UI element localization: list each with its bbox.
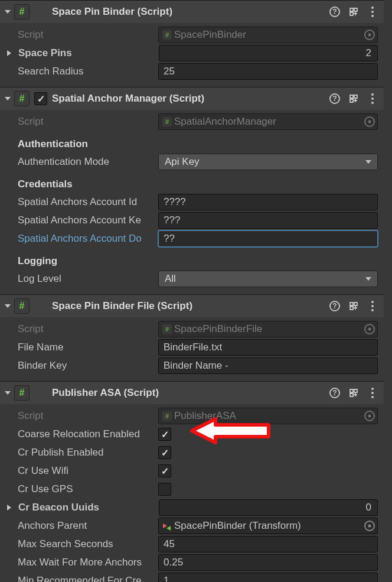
foldout-icon[interactable]	[7, 50, 11, 56]
foldout-icon[interactable]	[7, 505, 11, 511]
script-icon: #	[14, 298, 30, 314]
preset-icon[interactable]	[348, 6, 359, 17]
help-icon[interactable]: ?	[329, 93, 340, 104]
component-title: Spatial Anchor Manager (Script)	[52, 93, 329, 105]
account-domain-field[interactable]	[158, 230, 378, 247]
object-picker-icon[interactable]	[364, 411, 375, 421]
chevron-down-icon	[365, 160, 371, 164]
foldout-icon[interactable]	[5, 10, 11, 14]
script-label: Script	[6, 323, 158, 335]
credentials-heading: Credentials	[6, 171, 378, 193]
foldout-icon[interactable]	[5, 304, 11, 308]
component-title: Publisher ASA (Script)	[52, 387, 329, 399]
preset-icon[interactable]	[348, 388, 359, 398]
kebab-icon[interactable]	[367, 93, 378, 104]
kebab-icon[interactable]	[367, 6, 378, 17]
component-space-pin-binder-file: # Space Pin Binder File (Script) ? Scrip…	[0, 294, 384, 381]
cr-beacon-label: Cr Beacon Uuids	[15, 502, 159, 513]
inspector-panel: # Space Pin Binder (Script) ? Script # S…	[0, 0, 384, 582]
file-name-label: File Name	[6, 342, 158, 353]
script-field[interactable]: # SpacePinBinderFile	[158, 321, 378, 337]
preset-icon[interactable]	[348, 301, 359, 311]
object-picker-icon[interactable]	[364, 116, 375, 127]
log-level-dropdown[interactable]: All	[158, 271, 378, 287]
component-space-pin-binder: # Space Pin Binder (Script) ? Script # S…	[0, 0, 384, 87]
logging-heading: Logging	[6, 248, 378, 269]
kebab-icon[interactable]	[367, 388, 378, 398]
cr-gps-checkbox[interactable]	[158, 483, 171, 496]
auth-mode-label: Authentication Mode	[6, 156, 158, 168]
auth-mode-dropdown[interactable]: Api Key	[158, 154, 378, 170]
preset-icon[interactable]	[348, 93, 359, 104]
search-radius-field[interactable]	[158, 63, 378, 80]
space-pins-label: Space Pins	[15, 47, 159, 59]
transform-icon	[162, 521, 172, 531]
account-key-label: Spatial Anchors Account Ke	[6, 214, 158, 226]
account-id-label: Spatial Anchors Account Id	[6, 196, 158, 208]
component-header[interactable]: # Space Pin Binder (Script) ?	[0, 1, 384, 23]
object-picker-icon[interactable]	[364, 324, 375, 334]
component-publisher-asa: # Publisher ASA (Script) ? Script # Publ…	[0, 381, 384, 582]
object-picker-icon[interactable]	[364, 521, 375, 531]
component-header[interactable]: # Space Pin Binder File (Script) ?	[0, 295, 384, 317]
account-key-field[interactable]	[158, 212, 378, 229]
cr-publish-label: Cr Publish Enabled	[6, 447, 158, 459]
script-field[interactable]: # SpacePinBinder	[158, 27, 378, 43]
log-level-label: Log Level	[6, 273, 158, 285]
anchors-parent-field[interactable]: SpacePinBinder (Transform)	[158, 518, 378, 534]
script-field[interactable]: # PublisherASA	[158, 408, 378, 424]
component-header[interactable]: # Spatial Anchor Manager (Script) ?	[0, 87, 384, 110]
max-wait-field[interactable]	[158, 554, 378, 571]
cr-publish-checkbox[interactable]	[158, 446, 171, 459]
account-id-field[interactable]	[158, 194, 378, 210]
script-icon: #	[14, 91, 30, 106]
help-icon[interactable]: ?	[329, 301, 340, 311]
script-label: Script	[6, 29, 158, 41]
object-picker-icon[interactable]	[364, 30, 375, 40]
cr-beacon-count-field[interactable]	[159, 499, 378, 516]
file-name-field[interactable]	[158, 339, 378, 356]
authentication-heading: Authentication	[6, 131, 378, 152]
max-search-field[interactable]	[158, 536, 378, 552]
component-header[interactable]: # Publisher ASA (Script) ?	[0, 382, 384, 404]
component-spatial-anchor-manager: # Spatial Anchor Manager (Script) ? Scri…	[0, 87, 384, 294]
chevron-down-icon	[365, 277, 371, 281]
coarse-relocation-checkbox[interactable]	[158, 428, 171, 441]
component-title: Space Pin Binder File (Script)	[52, 300, 329, 312]
min-recommended-label: Min Recommended For Cre	[6, 575, 158, 582]
foldout-icon[interactable]	[5, 391, 11, 395]
max-wait-label: Max Wait For More Anchors	[6, 557, 158, 568]
cr-wifi-checkbox[interactable]	[158, 464, 171, 477]
space-pins-count-field[interactable]	[159, 45, 378, 61]
max-search-label: Max Search Seconds	[6, 538, 158, 550]
account-domain-label: Spatial Anchors Account Do	[6, 233, 158, 245]
coarse-relocation-label: Coarse Relocation Enabled	[6, 428, 158, 440]
script-label: Script	[6, 410, 158, 422]
script-label: Script	[6, 116, 158, 128]
script-field[interactable]: # SpatialAnchorManager	[158, 113, 378, 130]
script-icon: #	[14, 4, 30, 19]
kebab-icon[interactable]	[367, 301, 378, 311]
foldout-icon[interactable]	[5, 97, 11, 100]
binder-key-field[interactable]	[158, 357, 378, 374]
cr-gps-label: Cr Use GPS	[6, 483, 158, 495]
cr-wifi-label: Cr Use Wifi	[6, 465, 158, 477]
binder-key-label: Binder Key	[6, 360, 158, 372]
script-icon: #	[14, 385, 30, 401]
component-title: Space Pin Binder (Script)	[52, 6, 329, 18]
search-radius-label: Search Radius	[6, 66, 158, 77]
help-icon[interactable]: ?	[329, 388, 340, 398]
min-recommended-field[interactable]	[158, 573, 378, 582]
anchors-parent-label: Anchors Parent	[6, 520, 158, 532]
help-icon[interactable]: ?	[329, 6, 340, 17]
component-enable-checkbox[interactable]	[34, 92, 47, 105]
